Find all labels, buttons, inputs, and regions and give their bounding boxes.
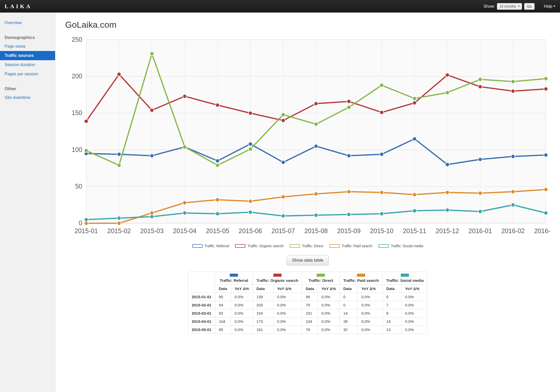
help-label: Help	[544, 4, 552, 9]
svg-point-98	[413, 193, 416, 197]
table-row: 2015-02-01940.0%2030.0%790.0%00.0%70.0%	[188, 301, 427, 309]
svg-point-84	[445, 91, 449, 95]
cell-yoy: 0.0%	[358, 317, 383, 326]
table-head-date	[188, 272, 215, 293]
cell-yoy: 0.0%	[273, 309, 302, 317]
table-row: 2015-04-011040.0%1730.0%1040.0%280.0%140…	[188, 317, 427, 326]
svg-point-103	[84, 218, 88, 221]
svg-point-117	[544, 211, 548, 215]
svg-text:150: 150	[72, 109, 82, 116]
cell-yoy: 0.0%	[231, 309, 253, 317]
svg-point-51	[347, 154, 351, 158]
sidebar-item-overview[interactable]: Overview	[0, 18, 55, 27]
caret-down-icon	[553, 6, 555, 7]
topbar-controls: Show: 15 months Go Help	[484, 3, 555, 10]
svg-point-57	[544, 153, 548, 157]
svg-text:2015-09: 2015-09	[337, 227, 361, 234]
sidebar-item-pages-per-session[interactable]: Pages per session	[0, 69, 55, 79]
sidebar-item-site-downtime[interactable]: Site downtime	[0, 93, 55, 102]
svg-text:2015-03: 2015-03	[140, 227, 164, 234]
sidebar-item-page-views[interactable]: Page views	[0, 42, 55, 51]
svg-text:2015-06: 2015-06	[239, 227, 262, 234]
cell-yoy: 0.0%	[273, 301, 302, 309]
series-swatch-icon	[357, 274, 365, 277]
cell-date: 2015-02-01	[188, 301, 215, 309]
cell-yoy: 0.0%	[231, 301, 253, 309]
svg-point-83	[413, 97, 416, 100]
go-button[interactable]: Go	[524, 3, 535, 10]
svg-text:0: 0	[79, 219, 82, 226]
cell-yoy: 0.0%	[401, 309, 427, 317]
table-subhead-yoy: YoY Δ%	[273, 285, 302, 293]
svg-text:50: 50	[75, 183, 82, 190]
svg-point-86	[511, 80, 515, 84]
legend-item-3[interactable]: Traffic: Paid search	[329, 244, 373, 248]
cell-data: 85	[215, 326, 231, 334]
series-swatch-icon	[273, 274, 282, 277]
svg-text:2015-01: 2015-01	[75, 227, 98, 234]
svg-point-111	[347, 212, 351, 216]
cell-data: 154	[253, 309, 274, 317]
series-swatch-icon	[401, 274, 409, 277]
table-subhead-data: Data	[302, 285, 318, 293]
show-range-label: Show:	[484, 4, 495, 9]
series-header-label: Traffic: Referral	[220, 278, 248, 283]
cell-data: 14	[383, 317, 401, 326]
legend-swatch-icon	[235, 244, 245, 248]
main-content: GoLaika.com 0501001502002502015-012015-0…	[55, 13, 560, 392]
sidebar: OverviewDemographicsPage viewsTraffic so…	[0, 13, 55, 392]
svg-point-47	[216, 159, 219, 163]
legend-item-1[interactable]: Traffic: Organic search	[235, 244, 284, 248]
svg-point-89	[117, 221, 121, 225]
cell-data: 203	[253, 301, 274, 309]
help-menu[interactable]: Help	[544, 4, 555, 9]
svg-point-106	[183, 211, 187, 215]
cell-data: 79	[302, 301, 318, 309]
svg-point-45	[150, 154, 154, 158]
svg-text:2015-10: 2015-10	[370, 227, 393, 234]
cell-data: 92	[215, 309, 231, 317]
table-row: 2015-05-01850.0%1610.0%790.0%320.0%130.0…	[188, 326, 427, 334]
cell-yoy: 0.0%	[273, 293, 302, 301]
svg-point-112	[380, 212, 384, 216]
cell-yoy: 0.0%	[318, 326, 339, 334]
svg-point-87	[544, 77, 548, 80]
cell-date: 2015-03-01	[188, 309, 215, 317]
legend-label: Traffic: Direct	[302, 244, 323, 248]
svg-point-94	[281, 195, 285, 199]
cell-data: 0	[340, 301, 358, 309]
svg-text:2016-02: 2016-02	[501, 227, 525, 234]
legend-label: Traffic: Social media	[391, 244, 423, 248]
series-swatch-icon	[230, 274, 238, 277]
traffic-chart: 0501001502002502015-012015-022015-032015…	[65, 35, 551, 248]
table-head-series-2: Traffic: Direct	[302, 272, 340, 285]
svg-point-77	[216, 163, 219, 167]
svg-point-104	[117, 216, 121, 220]
data-table: Traffic: ReferralTraffic: Organic search…	[188, 272, 428, 334]
svg-point-100	[478, 191, 482, 195]
svg-point-115	[478, 210, 482, 213]
svg-point-44	[117, 152, 121, 156]
legend-item-4[interactable]: Traffic: Social media	[378, 244, 423, 248]
legend-item-0[interactable]: Traffic: Referral	[192, 244, 229, 248]
legend-swatch-icon	[192, 244, 203, 248]
series-header-label: Traffic: Social media	[386, 278, 424, 283]
svg-point-49	[281, 160, 285, 164]
legend-swatch-icon	[378, 244, 389, 248]
svg-point-116	[511, 203, 515, 207]
legend-label: Traffic: Paid search	[342, 244, 373, 248]
legend-label: Traffic: Organic search	[247, 244, 284, 248]
range-select[interactable]: 15 months	[497, 3, 522, 10]
svg-point-76	[183, 145, 187, 149]
show-data-table-button[interactable]: Show data table	[287, 255, 329, 265]
cell-data: 94	[215, 301, 231, 309]
cell-data: 173	[253, 317, 274, 326]
cell-yoy: 0.0%	[401, 317, 427, 326]
cell-yoy: 0.0%	[401, 326, 427, 334]
sidebar-item-session-duration[interactable]: Session duration	[0, 60, 55, 69]
sidebar-item-traffic-sources[interactable]: Traffic sources	[0, 51, 55, 60]
legend-item-2[interactable]: Traffic: Direct	[290, 244, 323, 248]
cell-yoy: 0.0%	[401, 293, 427, 301]
svg-point-60	[150, 108, 154, 112]
cell-date: 2015-04-01	[188, 317, 215, 326]
